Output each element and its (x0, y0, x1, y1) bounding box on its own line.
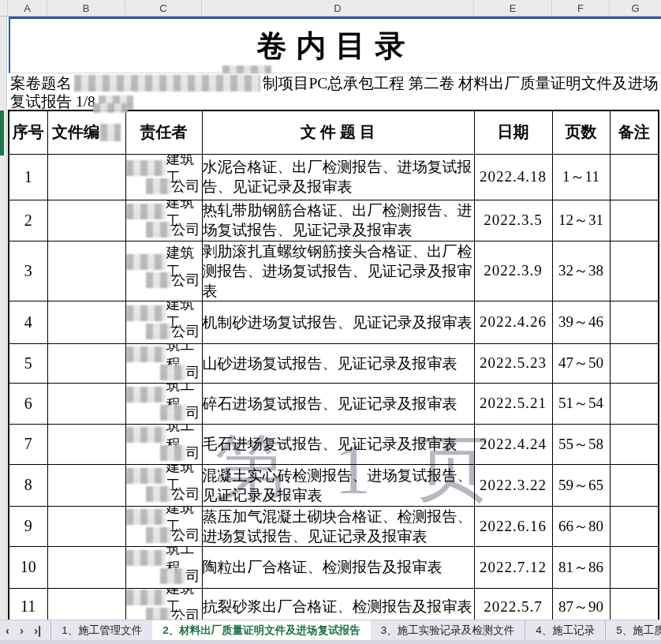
cell-date[interactable]: 2022.5.21 (474, 383, 552, 424)
cell-responsible[interactable]: 建筑工 公司 (125, 301, 202, 343)
sheet-tab-inactive[interactable]: 1、施工管理文件 (50, 620, 152, 640)
cell-pages[interactable]: 47～50 (552, 343, 610, 383)
cell-seq[interactable]: 3 (9, 241, 47, 301)
cell-date[interactable]: 2022.3.22 (474, 464, 552, 506)
cell-responsible[interactable]: 筑工程 司 (125, 383, 202, 424)
cell-remark[interactable] (610, 506, 659, 546)
cell-seq[interactable]: 7 (9, 424, 47, 464)
cell-responsible[interactable]: 建筑工 公司 (125, 154, 202, 200)
cell-seq[interactable]: 1 (9, 154, 47, 200)
cell-seq[interactable]: 8 (9, 464, 47, 506)
bottom-edge (0, 640, 661, 644)
cell-pages[interactable]: 66～80 (552, 506, 610, 546)
sheet-tab-active[interactable]: 2、材料出厂质量证明文件及进场复试报告 (152, 620, 371, 640)
cell-date[interactable]: 2022.4.26 (474, 301, 552, 343)
cell-doc-no[interactable] (47, 506, 125, 546)
cell-seq[interactable]: 2 (9, 200, 47, 241)
cell-title[interactable]: 蒸压加气混凝土砌块合格证、检测报告、进场复试报告、见证记录及报审表 (202, 506, 474, 546)
column-header-G[interactable]: G (609, 0, 661, 16)
cell-doc-no[interactable] (47, 464, 125, 506)
cell-responsible[interactable]: 建筑工 公司 (125, 241, 202, 301)
cell-pages[interactable]: 55～58 (552, 424, 610, 464)
cell-doc-no[interactable] (47, 343, 125, 383)
cell-remark[interactable] (610, 546, 659, 588)
cell-title[interactable]: 山砂进场复试报告、见证记录及报审表 (202, 343, 474, 383)
table-row: 3 建筑工 公司 剥肋滚扎直螺纹钢筋接头合格证、出厂检测报告、进场复试报告、见证… (9, 241, 659, 301)
cell-responsible[interactable]: 筑工程 司 (125, 343, 202, 383)
sheet-tab-inactive[interactable]: 5、施工质量验收记录 (605, 620, 661, 640)
cell-title[interactable]: 毛石进场复试报告、见证记录及报审表 (202, 424, 474, 464)
cell-remark[interactable] (610, 200, 659, 241)
cell-title[interactable]: 碎石进场复试报告、见证记录及报审表 (202, 383, 474, 424)
cell-doc-no[interactable] (47, 241, 125, 301)
table-row: 5 筑工程 司 山砂进场复试报告、见证记录及报审表 2022.5.23 47～5… (9, 343, 659, 383)
cell-seq[interactable]: 4 (9, 301, 47, 343)
cell-doc-no[interactable] (47, 424, 125, 464)
header-remark[interactable]: 备注 (610, 110, 659, 154)
cell-responsible[interactable]: 建筑工 公司 (125, 464, 202, 506)
cell-remark[interactable] (610, 154, 659, 200)
cell-seq[interactable]: 5 (9, 343, 47, 383)
cell-pages[interactable]: 81～86 (552, 546, 610, 588)
cell-doc-no[interactable] (47, 200, 125, 241)
sheet-tab-inactive[interactable]: 3、施工实验记录及检测文件 (371, 620, 525, 640)
column-header-A[interactable]: A (7, 0, 47, 16)
column-header-B[interactable]: B (47, 0, 125, 16)
cell-responsible[interactable]: 筑工程 司 (125, 424, 202, 464)
cell-seq[interactable]: 10 (9, 546, 47, 588)
table-row: 6 筑工程 司 碎石进场复试报告、见证记录及报审表 2022.5.21 51～5… (9, 383, 659, 424)
cell-title[interactable]: 混凝土实心砖检测报告、进场复试报告、见证记录及报审表 (202, 464, 474, 506)
column-header-C[interactable]: C (125, 0, 201, 16)
cell-doc-no[interactable] (47, 154, 125, 200)
cell-doc-no[interactable] (47, 301, 125, 343)
cell-seq[interactable]: 9 (9, 506, 47, 546)
cell-remark[interactable] (610, 424, 659, 464)
column-header-F[interactable]: F (551, 0, 609, 16)
header-doc-no[interactable]: 文件编 (47, 110, 125, 154)
cell-pages[interactable]: 51～54 (552, 383, 610, 424)
cell-responsible[interactable]: 筑工程 司 (125, 546, 202, 588)
cell-date[interactable]: 2022.6.16 (474, 506, 552, 546)
cell-doc-no[interactable] (47, 546, 125, 588)
cell-date[interactable]: 2022.4.18 (474, 154, 552, 200)
prev-sheet-icon[interactable]: ‹ (6, 623, 9, 637)
cell-title[interactable]: 剥肋滚扎直螺纹钢筋接头合格证、出厂检测报告、进场复试报告、见证记录及报审表 (202, 241, 474, 301)
cell-pages[interactable]: 59～65 (552, 464, 610, 506)
cell-doc-no[interactable] (47, 383, 125, 424)
cell-pages[interactable]: 32～38 (552, 241, 610, 301)
cell-pages[interactable]: 39～46 (552, 301, 610, 343)
cell-title[interactable]: 机制砂进场复试报告、见证记录及报审表 (202, 301, 474, 343)
header-pages[interactable]: 页数 (552, 110, 610, 154)
cell-remark[interactable] (610, 464, 659, 506)
cell-responsible[interactable]: 建筑工 公司 (125, 506, 202, 546)
table-row: 7 筑工程 司 毛石进场复试报告、见证记录及报审表 2022.4.24 55～5… (9, 424, 659, 464)
archive-title-label: 案卷题名 (10, 75, 72, 92)
sheet-tab-inactive[interactable]: 4、施工记录 (525, 620, 605, 640)
column-header-D[interactable]: D (201, 0, 473, 16)
cell-date[interactable]: 2022.4.24 (474, 424, 552, 464)
cell-date[interactable]: 2022.7.12 (474, 546, 552, 588)
last-sheet-icon[interactable]: ›| (34, 623, 41, 637)
next-sheet-icon[interactable]: › (20, 623, 24, 637)
cell-pages[interactable]: 12～31 (552, 200, 610, 241)
header-responsible[interactable]: 责任者 (125, 110, 202, 154)
redaction-mosaic (74, 75, 260, 92)
cell-title[interactable]: 陶粒出厂合格证、检测报告及报审表 (202, 546, 474, 588)
cell-title[interactable]: 水泥合格证、出厂检测报告、进场复试报告、见证记录及报审表 (202, 154, 474, 200)
cell-title[interactable]: 热轧带肋钢筋合格证、出厂检测报告、进场复试报告、见证记录及报审表 (202, 200, 474, 241)
header-seq[interactable]: 序号 (9, 110, 47, 154)
column-header-E[interactable]: E (473, 0, 551, 16)
cell-remark[interactable] (610, 343, 659, 383)
cell-responsible[interactable]: 建筑工 公司 (125, 200, 202, 241)
cell-remark[interactable] (610, 241, 659, 301)
cell-date[interactable]: 2022.3.5 (474, 200, 552, 241)
cell-pages[interactable]: 1～11 (552, 154, 610, 200)
cell-date[interactable]: 2022.3.9 (474, 241, 552, 301)
title-cell[interactable]: 卷内目录 (9, 17, 661, 73)
header-title[interactable]: 文 件 题 目 (202, 110, 474, 154)
cell-seq[interactable]: 6 (9, 383, 47, 424)
header-date[interactable]: 日期 (474, 110, 552, 154)
cell-remark[interactable] (610, 383, 659, 424)
cell-date[interactable]: 2022.5.23 (474, 343, 552, 383)
cell-remark[interactable] (610, 301, 659, 343)
